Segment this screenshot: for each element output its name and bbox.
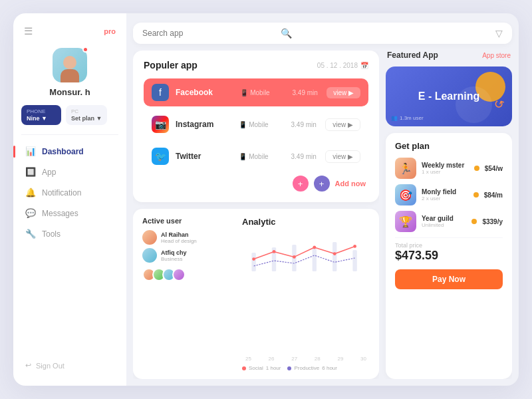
total-info: Total price $473.59	[395, 242, 438, 263]
search-input[interactable]	[142, 29, 275, 38]
pay-now-button[interactable]: Pay Now	[395, 269, 503, 289]
get-plan-card: Get plan 🏃 Weekly mster 1 x user $54/w 🎯	[386, 133, 512, 379]
facebook-time: 3.49 min	[290, 89, 320, 96]
mobile-icon: 📱	[240, 89, 248, 96]
chart-area	[242, 232, 370, 353]
add-circle-pink[interactable]: +	[293, 176, 309, 192]
sidebar-item-notification[interactable]: 🔔 Notification	[19, 183, 121, 202]
phone-btn[interactable]: PHONE Nine ▼	[21, 105, 61, 125]
pc-btn[interactable]: PC Set plan ▼	[66, 105, 107, 125]
plan-info-monthly: Monly field 2 x user	[422, 188, 468, 201]
twitter-name: Twitter	[176, 152, 232, 161]
hamburger-icon[interactable]: ☰	[24, 25, 33, 37]
facebook-name: Facebook	[176, 88, 233, 97]
tools-icon: 🔧	[25, 229, 36, 239]
content-area: 🔍 ▽ Populer app 05 . 12 . 2018 📅	[126, 13, 519, 386]
total-row: Total price $473.59	[395, 242, 503, 263]
legend-dot-social	[242, 366, 246, 370]
plan-circle-weekly	[474, 166, 479, 171]
chart-label-2: 27	[291, 356, 297, 362]
analytic-card: Active user Al Raihan Head of design A	[133, 209, 379, 379]
sidebar-item-app[interactable]: 🔲 App	[19, 162, 121, 182]
instagram-icon: 📷	[152, 116, 169, 133]
user-avatar-2	[142, 248, 157, 263]
messages-icon: 💬	[25, 208, 36, 218]
pc-value: Set plan ▼	[71, 115, 102, 122]
svg-point-8	[293, 255, 296, 259]
user-name-1: Al Raihan	[161, 231, 197, 238]
phone-label: PHONE	[27, 108, 56, 114]
app-row-facebook: f Facebook 📱 Mobile 3.49 min view ▶	[144, 78, 368, 106]
sidebar-top: ☰ pro	[13, 25, 126, 44]
user-name: Monsur. h	[49, 87, 90, 97]
facebook-icon: f	[152, 84, 169, 101]
featured-banner[interactable]: E - Learning 👥 1.3m user ↺	[386, 66, 512, 126]
instagram-type: 📱 Mobile	[239, 121, 282, 128]
app-row-instagram: 📷 Instagram 📱 Mobile 3.49 min view ▶	[144, 110, 368, 138]
phone-value: Nine ▼	[27, 115, 56, 122]
sign-out-icon: ↩	[25, 361, 31, 370]
user-row-2: Atfiq chy Business	[142, 248, 235, 263]
add-now-btn[interactable]: Add now	[335, 180, 366, 188]
svg-rect-0	[251, 253, 255, 271]
sidebar-item-dashboard[interactable]: 📊 Dashboard	[19, 142, 121, 161]
mobile-icon2: 📱	[239, 121, 247, 128]
total-amount: $473.59	[395, 249, 438, 263]
plan-icon-weekly: 🏃	[395, 158, 416, 179]
instagram-view-btn[interactable]: view ▶	[325, 118, 360, 131]
svg-point-6	[252, 257, 255, 261]
featured-user-count: 👥 1.3m user	[391, 115, 424, 121]
plan-info-yearly: Year guild Unlimited	[422, 215, 466, 228]
plan-circle-yearly	[471, 219, 477, 224]
sign-out-label: Sign Out	[36, 362, 65, 370]
user-row-1: Al Raihan Head of design	[142, 230, 235, 245]
main-row: Populer app 05 . 12 . 2018 📅 f Facebook …	[133, 51, 512, 379]
avatar-body	[61, 69, 79, 82]
facebook-type: 📱 Mobile	[240, 89, 283, 96]
twitter-view-btn[interactable]: view ▶	[325, 150, 360, 163]
plan-divider	[395, 237, 503, 238]
active-users: Active user Al Raihan Head of design A	[142, 217, 235, 371]
plan-circle-monthly	[473, 192, 479, 198]
pro-badge: pro	[104, 27, 116, 35]
chart-label-4: 29	[337, 356, 343, 362]
sign-out-btn[interactable]: ↩ Sign Out	[13, 354, 126, 376]
add-circle-purple[interactable]: +	[314, 176, 330, 192]
popular-title: Populer app	[144, 60, 198, 70]
plan-price-yearly: $339/y	[482, 218, 503, 225]
instagram-time: 3.49 min	[289, 121, 319, 128]
plan-item-yearly: 🏆 Year guild Unlimited $339/y	[395, 211, 503, 232]
mobile-icon3: 📱	[239, 153, 247, 160]
plan-users-yearly: Unlimited	[422, 222, 466, 228]
get-plan-title: Get plan	[395, 141, 503, 151]
avatar-person	[59, 55, 81, 82]
plan-item-weekly: 🏃 Weekly mster 1 x user $54/w	[395, 158, 503, 179]
legend-dot-productive	[287, 366, 291, 370]
instagram-name: Instagram	[176, 120, 232, 129]
center-panel: Populer app 05 . 12 . 2018 📅 f Facebook …	[133, 51, 379, 379]
facebook-view-btn[interactable]: view ▶	[327, 87, 360, 98]
svg-rect-5	[352, 250, 356, 271]
svg-point-10	[333, 252, 336, 255]
filter-icon[interactable]: ▽	[495, 28, 503, 39]
analytic-chart: Analytic	[242, 217, 370, 371]
chart-label-0: 25	[245, 356, 251, 362]
twitter-time: 3.49 min	[289, 153, 319, 160]
active-title: Active user	[142, 217, 235, 225]
popular-date: 05 . 12 . 2018 📅	[317, 62, 368, 69]
sidebar-item-app-label: App	[42, 168, 56, 177]
sidebar-item-tools[interactable]: 🔧 Tools	[19, 224, 121, 243]
featured-app-name: E - Learning	[418, 90, 479, 102]
nav-items: 📊 Dashboard 🔲 App 🔔 Notification 💬 Messa…	[13, 142, 126, 354]
app-store-link[interactable]: App store	[482, 52, 511, 59]
legend-social: Social 1 hour	[242, 365, 281, 371]
plan-price-monthly: $84/m	[484, 192, 503, 199]
user-role-2: Business	[161, 256, 187, 262]
user-role-1: Head of design	[161, 238, 197, 244]
plan-users-monthly: 2 x user	[422, 196, 468, 201]
plan-name-yearly: Year guild	[422, 215, 466, 222]
sidebar-item-messages[interactable]: 💬 Messages	[19, 203, 121, 223]
total-label: Total price	[395, 242, 438, 249]
plan-icon-yearly: 🏆	[395, 211, 416, 232]
svg-rect-3	[313, 249, 317, 271]
